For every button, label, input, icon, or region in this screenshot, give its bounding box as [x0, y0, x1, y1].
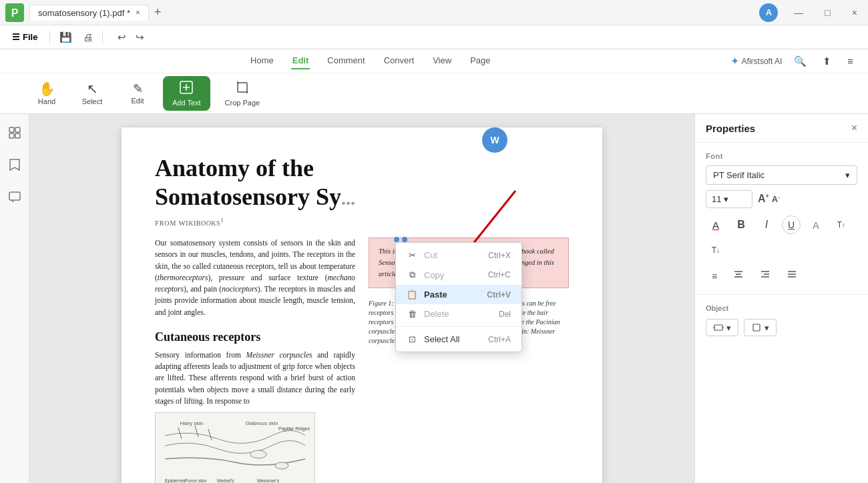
font-decrease-button[interactable]: A-: [772, 193, 780, 205]
svg-rect-41: [753, 324, 760, 331]
justify-button[interactable]: [781, 267, 803, 285]
close-window-button[interactable]: ×: [847, 5, 863, 21]
align-center-button[interactable]: [727, 267, 750, 285]
delete-icon: 🗑: [407, 309, 417, 319]
font-size-dropdown-icon: ▾: [724, 194, 728, 204]
nav-edit[interactable]: Edit: [291, 53, 310, 69]
menu-button[interactable]: ≡: [843, 53, 857, 69]
ctx-delete-label: Delete: [424, 309, 449, 319]
copy-icon: ⧉: [407, 270, 417, 280]
object-size-button[interactable]: ▾: [744, 319, 777, 336]
selection-handle: [394, 237, 407, 242]
ctx-select-all[interactable]: ⊡ Select All Ctrl+A: [396, 330, 521, 349]
ai-floating-button[interactable]: W: [482, 127, 507, 153]
italic-button[interactable]: I: [756, 215, 777, 235]
search-button[interactable]: 🔍: [790, 53, 811, 70]
font-increase-button[interactable]: A+: [758, 193, 769, 205]
redo-button[interactable]: ↪: [132, 29, 148, 46]
font-size-input[interactable]: 11 ▾: [706, 190, 752, 208]
align-right-button[interactable]: [754, 267, 777, 285]
pdf-area: Anatomy of the Somatosensory Sy... FROM …: [29, 114, 694, 483]
print-button[interactable]: 🖨: [79, 29, 97, 45]
pdf-col-left: Our somatosensory system consists of sen…: [155, 237, 355, 483]
pdf-from: FROM WIKIBOOKS1: [155, 217, 569, 227]
avatar: A: [759, 3, 778, 22]
subscript-button[interactable]: T↓: [706, 240, 726, 260]
nav-convert[interactable]: Convert: [383, 53, 416, 69]
maximize-button[interactable]: □: [819, 5, 835, 21]
close-tab-button[interactable]: ×: [136, 8, 140, 17]
sidebar-thumbnail-btn[interactable]: [4, 122, 25, 143]
file-menu[interactable]: ☰ File: [5, 29, 44, 45]
text-style-row: A B I U A T↑ T↓: [706, 215, 857, 260]
crop-icon: [235, 80, 250, 97]
pdf-page: Anatomy of the Somatosensory Sy... FROM …: [122, 127, 602, 483]
svg-rect-9: [15, 127, 20, 132]
sidebar-bookmark-btn[interactable]: [4, 154, 25, 175]
context-menu: ✂ Cut Ctrl+X ⧉ Copy Ctrl+C 📋 Paste Ctrl+…: [395, 242, 522, 352]
underline-button[interactable]: U: [782, 215, 801, 234]
align-row: ≡: [706, 267, 857, 285]
ctx-cut-shortcut: Ctrl+X: [488, 251, 511, 260]
ctx-paste-label: Paste: [424, 290, 447, 300]
crop-page-tool[interactable]: Crop Page: [216, 76, 270, 111]
svg-text:P: P: [11, 7, 19, 19]
font-color-button[interactable]: A: [706, 215, 726, 235]
dot-2: [402, 237, 407, 242]
ctx-select-all-shortcut: Ctrl+A: [488, 335, 511, 344]
pdf-body-para2: Sensory information from Meissner corpus…: [155, 350, 355, 407]
svg-text:Papillar Ridges: Papillar Ridges: [278, 426, 310, 432]
text-color-2-button[interactable]: A: [806, 215, 826, 235]
object-align-button[interactable]: ▾: [706, 319, 738, 336]
upload-button[interactable]: ⬆: [819, 53, 835, 70]
svg-text:Hairy skin: Hairy skin: [180, 420, 203, 426]
font-name-select[interactable]: PT Serif Italic ▾: [706, 165, 857, 185]
align-left-button[interactable]: ≡: [706, 267, 723, 285]
object-align-dropdown-icon: ▾: [726, 323, 731, 333]
svg-text:Epidermis: Epidermis: [165, 478, 186, 483]
right-panel: Properties × Font PT Serif Italic ▾ 11 ▾…: [694, 114, 868, 483]
svg-text:Meissner's: Meissner's: [257, 478, 280, 483]
panel-title: Properties: [706, 123, 755, 134]
select-icon: ↖: [87, 82, 98, 95]
nav-comment[interactable]: Comment: [326, 53, 366, 69]
font-section: Font PT Serif Italic ▾ 11 ▾ A+ A- A: [695, 143, 868, 295]
ctx-copy[interactable]: ⧉ Copy Ctrl+C: [396, 265, 521, 285]
new-tab-button[interactable]: +: [154, 5, 162, 19]
hand-label: Hand: [38, 97, 55, 105]
select-tool[interactable]: ↖ Select: [72, 78, 112, 109]
ai-badge[interactable]: ✦ Afirstsoft AI: [730, 55, 783, 67]
sidebar-comment-btn[interactable]: [4, 186, 25, 207]
hand-icon: ✋: [39, 82, 55, 95]
object-section: Object ▾ ▾: [695, 295, 868, 346]
undo-button[interactable]: ↩: [114, 29, 130, 46]
nav-page[interactable]: Page: [469, 53, 491, 69]
ctx-paste[interactable]: 📋 Paste Ctrl+V: [396, 285, 521, 304]
panel-close-button[interactable]: ×: [851, 122, 857, 134]
minimize-button[interactable]: —: [789, 5, 809, 21]
left-sidebar: [0, 114, 29, 483]
ctx-cut[interactable]: ✂ Cut Ctrl+X: [396, 246, 521, 265]
document-tab[interactable]: somatosensory (1).pdf * ×: [29, 5, 149, 21]
edit-icon: ✎: [133, 83, 143, 95]
nav-view[interactable]: View: [431, 53, 453, 69]
ai-star-icon: ✦: [730, 55, 739, 67]
save-button[interactable]: 💾: [55, 29, 76, 46]
font-size-row: 11 ▾ A+ A-: [706, 190, 857, 208]
select-label: Select: [82, 97, 103, 105]
ctx-paste-shortcut: Ctrl+V: [487, 290, 511, 300]
edit-tool[interactable]: ✎ Edit: [118, 79, 158, 109]
bold-button[interactable]: B: [731, 215, 751, 235]
nav-home[interactable]: Home: [249, 53, 275, 69]
ctx-delete[interactable]: 🗑 Delete Del: [396, 304, 521, 324]
superscript-button[interactable]: T↑: [831, 215, 851, 235]
add-text-tool[interactable]: Add Text: [163, 76, 210, 111]
object-row: ▾ ▾: [706, 319, 857, 336]
dot-1: [394, 237, 399, 242]
hand-tool[interactable]: ✋ Hand: [27, 78, 67, 109]
ctx-cut-label: Cut: [424, 250, 437, 260]
tool-row: ✋ Hand ↖ Select ✎ Edit Add Text: [0, 73, 868, 113]
svg-point-21: [250, 450, 266, 458]
svg-rect-5: [238, 83, 247, 92]
app-logo: P: [5, 3, 24, 22]
